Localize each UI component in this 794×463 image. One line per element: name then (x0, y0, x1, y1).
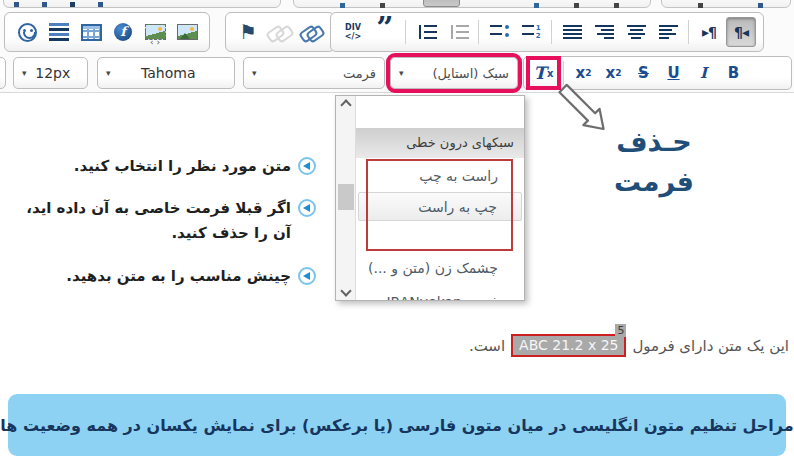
toolbar-button-unlink (265, 17, 295, 47)
toolbar-separator (688, 20, 689, 44)
toolbar-separator (563, 61, 564, 85)
toolbar-button-image[interactable] (172, 17, 202, 47)
toolbar-button-paragraph-rtl[interactable]: ¶◂ (726, 17, 756, 47)
style-dropdown-value: سبک (استایل) (432, 66, 509, 81)
caption-banner: مراحل تنظیم متون انگلیسی در میان متون فا… (8, 394, 786, 456)
paragraph-rtl-icon: ¶◂ (734, 24, 748, 40)
toolbar-top-icon-fragments (14, 2, 19, 7)
toolbar-button-blockquote[interactable]: ” (370, 17, 400, 47)
toolbar-button-strikethrough[interactable]: S (630, 60, 657, 86)
unlink-icon (268, 24, 292, 40)
toolbar-button-remove-format[interactable]: Tx (530, 60, 557, 86)
formula-highlighted-text[interactable]: ABC 21.2 x 25 5 (511, 334, 626, 357)
toolbar-button-align-center[interactable] (621, 17, 651, 47)
scrollbar[interactable] (336, 96, 356, 300)
style-menu-item[interactable]: فونت IRANyekan (358, 288, 522, 301)
toolbar-button-bulleted-list[interactable] (484, 17, 514, 47)
instruction-item: متن مورد نظر را انتخاب کنید. (74, 154, 316, 179)
style-menu-panel: سبکهای درون خطی راست به چپچپ به راستچشمک… (335, 95, 525, 301)
remove-format-icon: x (547, 68, 553, 79)
caption-text: مراحل تنظیم متون انگلیسی در میان متون فا… (0, 416, 793, 435)
toolbar-button-image-placeholder[interactable] (140, 17, 170, 47)
toolbar-top-strip (293, 0, 651, 8)
style-menu-item[interactable]: راست به چپ (358, 162, 522, 191)
toolbar-button-paragraph-ltr[interactable]: ▸¶ (694, 17, 724, 47)
subscript-icon: 2 (615, 68, 621, 78)
bulleted-list-icon (490, 25, 509, 39)
toolbar-button-increase-indent[interactable] (411, 17, 441, 47)
align-center-icon (627, 25, 646, 39)
toolbar-button-align-left[interactable] (653, 17, 683, 47)
style-dropdown[interactable]: ▾ سبک (استایل) (390, 57, 518, 89)
toolbar-button-superscript[interactable]: x2 (570, 60, 597, 86)
formula-suffix: است. (469, 337, 505, 355)
formula-superscript: 5 (615, 324, 626, 337)
toolbar-button-smiley[interactable] (12, 17, 42, 47)
toolbar-button-justify[interactable] (557, 17, 587, 47)
align-right-icon (595, 25, 614, 39)
scroll-down-icon[interactable] (340, 285, 351, 296)
toolbar-area: f ⚑ DIV</>”▸¶¶◂ ▾ 12px ▾ Tahoma ▾ فرمت ▾… (0, 0, 794, 93)
toolbar-group-paragraph: DIV</>”▸¶¶◂ (330, 12, 764, 52)
toolbar-button-link[interactable] (297, 17, 327, 47)
toolbar-separator (551, 20, 552, 44)
toolbar-button-div-container[interactable]: DIV</> (338, 17, 368, 47)
remove-format-icon: T (533, 63, 546, 83)
superscript-icon: 2 (585, 68, 591, 78)
scrollbar-thumb[interactable] (338, 184, 354, 210)
style-menu-header: سبکهای درون خطی (356, 128, 524, 158)
numbered-list-icon (522, 25, 541, 39)
chevron-down-icon: ▾ (252, 68, 257, 78)
toolbar-button-page-break[interactable] (44, 17, 74, 47)
underline-icon: U (667, 64, 679, 82)
table-icon (81, 24, 102, 41)
toolbar-button-decrease-indent (443, 17, 473, 47)
toolbar-top-strip (661, 0, 791, 8)
paragraph-format-dropdown[interactable]: ▾ فرمت (243, 57, 385, 89)
decrease-indent-icon (448, 25, 469, 39)
font-family-value: Tahoma (111, 65, 226, 81)
increase-indent-icon (416, 25, 437, 39)
toolbar-button-bold[interactable]: B (720, 60, 747, 86)
font-size-value: 12px (27, 65, 79, 81)
toolbar-button-align-right[interactable] (589, 17, 619, 47)
style-menu-item[interactable]: چپ به راست (358, 192, 522, 221)
toolbar-button-numbered-list[interactable] (516, 17, 546, 47)
chevron-left-circle-icon (298, 199, 316, 217)
toolbar-button-italic[interactable]: I (690, 60, 717, 86)
align-left-icon (659, 25, 678, 39)
toolbar-separator (405, 20, 406, 44)
toolbar-top-pressed-button[interactable] (423, 0, 460, 7)
annotation-line: فرمت (596, 162, 712, 202)
scroll-up-icon[interactable] (340, 99, 351, 110)
toolbar-button-table[interactable] (76, 17, 106, 47)
smiley-icon (18, 23, 37, 42)
blockquote-icon: ” (376, 24, 393, 40)
bold-icon: B (728, 64, 739, 82)
image-icon (177, 24, 198, 40)
formula-sentence: این یک متن دارای فرمول ABC 21.2 x 25 5 ا… (469, 334, 789, 357)
toolbar-button-flash[interactable]: f (108, 17, 138, 47)
style-menu-item[interactable]: چشمک زن (متن و ...) (358, 254, 522, 283)
toolbar-button-underline[interactable]: U (660, 60, 687, 86)
flash-icon: f (114, 23, 132, 41)
toolbar-button-subscript[interactable]: x2 (600, 60, 627, 86)
instruction-text: چینش مناسب را به متن بدهید. (66, 264, 291, 289)
font-family-dropdown[interactable]: ▾ Tahoma (97, 57, 235, 89)
superscript-icon: x (576, 64, 586, 82)
formula-prefix: این یک متن دارای فرمول (632, 337, 789, 355)
font-size-dropdown[interactable]: ▾ 12px (13, 57, 88, 89)
paragraph-ltr-icon: ▸¶ (702, 24, 716, 40)
toolbar-group-insert: f (4, 12, 210, 52)
justify-icon (563, 25, 582, 39)
toolbar-button-anchor-flag[interactable]: ⚑ (233, 17, 263, 47)
toolbar-separator (478, 20, 479, 44)
anchor-flag-icon: ⚑ (239, 22, 257, 42)
dropdown-clipped[interactable] (0, 57, 6, 89)
toolbar-top-strip (3, 0, 281, 8)
editor-tutorial-page: f ⚑ DIV</>”▸¶¶◂ ▾ 12px ▾ Tahoma ▾ فرمت ▾… (0, 0, 794, 463)
div-container-icon: DIV</> (345, 24, 361, 41)
instruction-text: اگر قبلا فرمت خاصی به آن داده اید،آن را … (26, 196, 291, 246)
instruction-item: اگر قبلا فرمت خاصی به آن داده اید،آن را … (26, 196, 316, 246)
chevron-left-circle-icon (298, 157, 316, 175)
